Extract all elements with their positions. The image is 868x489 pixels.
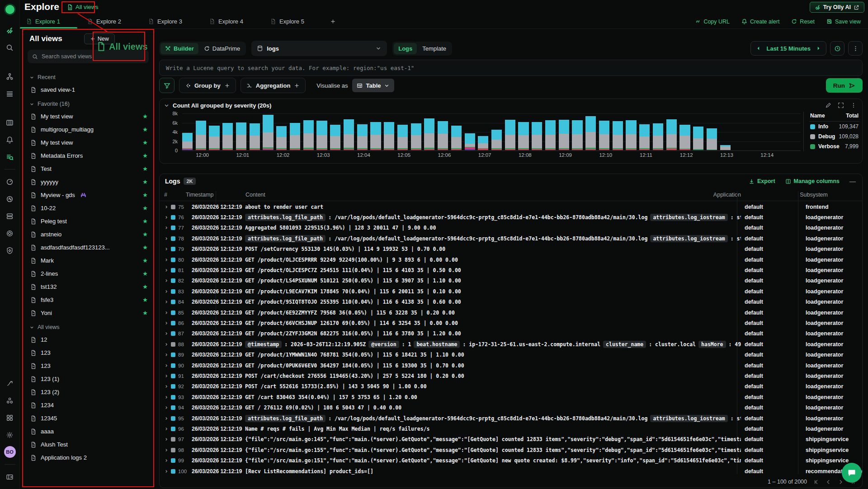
log-row[interactable]: 8326/03/2026 12:12:19GET /product/L9ECAV… bbox=[160, 286, 862, 296]
chart-bar[interactable] bbox=[438, 113, 448, 150]
saved-view-item[interactable]: 10-22★ bbox=[22, 202, 154, 215]
log-row[interactable]: 9926/03/2026 12:12:19{"file":"/src/main.… bbox=[160, 456, 862, 466]
chart-bar[interactable] bbox=[559, 113, 569, 150]
favorite-star-icon[interactable]: ★ bbox=[142, 244, 148, 251]
expand-row-button[interactable] bbox=[164, 414, 169, 423]
section-header-favorite-16-[interactable]: Favorite (16) bbox=[22, 96, 154, 110]
log-row[interactable]: 8426/03/2026 12:12:19GET /product/9SIQT8… bbox=[160, 297, 862, 307]
visual-type-select[interactable]: Table bbox=[352, 79, 394, 92]
expand-row-button[interactable] bbox=[164, 393, 169, 401]
kebab-menu-icon[interactable] bbox=[850, 102, 857, 108]
apps-grid-icon[interactable] bbox=[4, 411, 16, 424]
chart-bar[interactable] bbox=[263, 113, 273, 150]
chart-bar[interactable] bbox=[693, 113, 703, 150]
saved-view-item[interactable]: Peleg test★ bbox=[22, 215, 154, 228]
data-source-select[interactable]: logs bbox=[251, 41, 387, 56]
alerts-bell-icon[interactable] bbox=[4, 133, 16, 146]
log-row[interactable]: 8926/03/2026 12:12:19GET /product/1YMWWN… bbox=[160, 350, 862, 360]
chart-bar[interactable] bbox=[330, 113, 340, 150]
saved-view-item[interactable]: multigroup_multiagg★ bbox=[22, 123, 154, 136]
favorite-star-icon[interactable]: ★ bbox=[142, 113, 148, 120]
save-view-button[interactable]: Save view bbox=[826, 19, 861, 25]
chart-bar[interactable] bbox=[222, 113, 233, 150]
cluster-icon[interactable] bbox=[4, 394, 16, 407]
expand-row-button[interactable] bbox=[164, 298, 169, 306]
favorite-star-icon[interactable]: ★ bbox=[142, 218, 148, 225]
favorite-star-icon[interactable]: ★ bbox=[142, 192, 148, 198]
chart-bar[interactable] bbox=[370, 113, 381, 150]
saved-view-item[interactable]: 123 bbox=[22, 346, 154, 359]
chart-bar[interactable] bbox=[666, 113, 677, 150]
favorite-star-icon[interactable]: ★ bbox=[142, 270, 148, 277]
saved-view-item[interactable]: My test view★ bbox=[22, 110, 154, 123]
chart-bar[interactable] bbox=[720, 113, 731, 150]
legend-row-info[interactable]: Info109,347 bbox=[809, 122, 859, 132]
saved-view-item[interactable]: arstneio★ bbox=[22, 228, 154, 241]
chart-bar[interactable] bbox=[209, 113, 219, 150]
saved-view-item[interactable]: 123 (2) bbox=[22, 386, 154, 399]
log-row[interactable]: 7726/03/2026 12:12:19Aggregated 5801093 … bbox=[160, 223, 862, 233]
log-row[interactable]: 7626/03/2026 12:12:19attributes.log_file… bbox=[160, 212, 862, 222]
saved-view-item[interactable]: Yoni★ bbox=[22, 306, 154, 320]
log-row[interactable]: 8726/03/2026 12:12:19GET /product/2ZYFJ3… bbox=[160, 329, 862, 339]
chart-bar[interactable] bbox=[384, 113, 394, 150]
log-row[interactable]: 7826/03/2026 12:12:19attributes.log_file… bbox=[160, 233, 862, 244]
expand-icon[interactable] bbox=[838, 102, 844, 108]
saved-view-item[interactable]: tst132★ bbox=[22, 280, 154, 293]
favorite-star-icon[interactable]: ★ bbox=[142, 231, 148, 238]
log-row[interactable]: 8026/03/2026 12:12:19GET /product/OLJCES… bbox=[160, 254, 862, 265]
group-by-button[interactable]: Group by bbox=[179, 78, 236, 93]
chart-bar[interactable] bbox=[182, 113, 193, 150]
log-row[interactable]: 8826/03/2026 12:12:19@timestamp: 2026-03… bbox=[160, 339, 862, 349]
saved-view-item[interactable]: 12345 bbox=[22, 412, 154, 425]
expand-row-button[interactable] bbox=[164, 203, 169, 211]
logs-explore-icon[interactable] bbox=[4, 150, 16, 163]
log-row[interactable]: 7526/03/2026 12:12:19about to render use… bbox=[160, 202, 862, 212]
apm-pulse-icon[interactable] bbox=[4, 193, 16, 205]
chart-bar[interactable] bbox=[545, 113, 556, 150]
expand-row-button[interactable] bbox=[164, 351, 169, 359]
column-header-content[interactable]: Content bbox=[245, 192, 265, 198]
all-views-link[interactable]: All views bbox=[67, 4, 99, 10]
chart-bar[interactable] bbox=[236, 113, 246, 150]
builder-mode-button[interactable]: Builder bbox=[160, 43, 198, 54]
chart-bar[interactable] bbox=[585, 113, 596, 150]
run-query-button[interactable]: Run bbox=[826, 78, 863, 93]
chart-bar[interactable] bbox=[451, 113, 462, 150]
expand-row-button[interactable] bbox=[164, 287, 169, 296]
infrastructure-icon[interactable] bbox=[4, 210, 16, 222]
saved-view-item[interactable]: asdfasdfasdfasdf123123...★ bbox=[22, 241, 154, 254]
expand-row-button[interactable] bbox=[164, 456, 169, 465]
hierarchy-icon[interactable] bbox=[4, 70, 16, 83]
chart-bar[interactable] bbox=[491, 113, 502, 150]
tab-explore-4[interactable]: Explore 4 bbox=[203, 14, 264, 28]
log-row[interactable]: 10026/03/2026 12:12:19[Recv ListRecommen… bbox=[160, 466, 862, 476]
log-row[interactable]: 9526/03/2026 12:12:19attributes.log_file… bbox=[160, 413, 862, 423]
search-icon[interactable] bbox=[4, 41, 16, 54]
expand-row-button[interactable] bbox=[164, 329, 169, 338]
expand-row-button[interactable] bbox=[164, 425, 169, 433]
prev-page-button[interactable] bbox=[826, 479, 831, 485]
saved-view-item[interactable]: Mark★ bbox=[22, 254, 154, 267]
reset-button[interactable]: Reset bbox=[791, 19, 815, 25]
chart-bar[interactable] bbox=[316, 113, 327, 150]
saved-view-item[interactable]: Myview - gds★ bbox=[22, 188, 154, 202]
next-page-button[interactable] bbox=[838, 479, 844, 485]
chart-bar[interactable] bbox=[424, 113, 434, 150]
expand-row-button[interactable] bbox=[164, 277, 169, 285]
chat-support-button[interactable] bbox=[842, 463, 862, 483]
chart-bar[interactable] bbox=[290, 113, 300, 150]
favorite-star-icon[interactable]: ★ bbox=[142, 179, 148, 185]
saved-view-item[interactable]: My test view★ bbox=[22, 136, 154, 149]
log-row[interactable]: 9026/03/2026 12:12:19GET /product/0PUK6V… bbox=[160, 360, 862, 371]
expand-row-button[interactable] bbox=[164, 362, 169, 370]
edit-pencil-icon[interactable] bbox=[825, 102, 831, 108]
saved-view-item[interactable]: aaaa bbox=[22, 425, 154, 438]
chart-bar[interactable] bbox=[344, 113, 354, 150]
chart-bar[interactable] bbox=[357, 113, 368, 150]
security-shield-icon[interactable] bbox=[4, 244, 16, 257]
filters-button[interactable] bbox=[159, 78, 175, 93]
log-row[interactable]: 8626/03/2026 12:12:19GET /product/66VCHS… bbox=[160, 318, 862, 328]
favorite-star-icon[interactable]: ★ bbox=[142, 165, 148, 172]
column-header-timestamp[interactable]: Timestamp bbox=[186, 192, 213, 198]
